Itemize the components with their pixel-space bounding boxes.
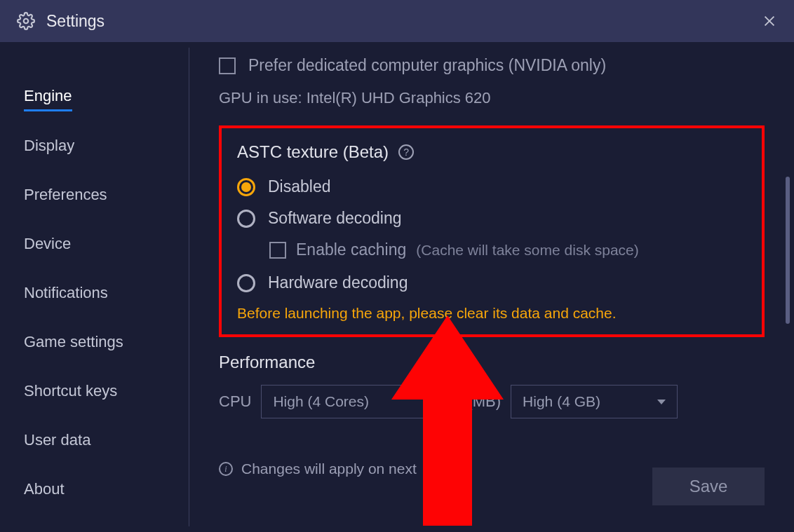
memory-dropdown-value: High (4 GB) <box>523 393 600 410</box>
sidebar: Engine Display Preferences Device Notifi… <box>0 48 189 526</box>
radio-label: Software decoding <box>268 209 402 228</box>
astc-heading-row: ASTC texture (Beta) ? <box>237 142 746 162</box>
chevron-down-icon <box>657 400 666 404</box>
astc-radio-disabled[interactable]: Disabled <box>237 177 746 196</box>
annotation-arrow-icon <box>391 315 504 526</box>
gear-icon <box>17 12 35 30</box>
cpu-label: CPU <box>219 393 251 411</box>
scrollbar-thumb[interactable] <box>786 177 790 324</box>
sidebar-item-game-settings[interactable]: Game settings <box>24 327 123 357</box>
gpu-section: Prefer dedicated computer graphics (NVID… <box>219 56 765 107</box>
radio-icon <box>237 274 255 292</box>
sidebar-item-preferences[interactable]: Preferences <box>24 180 107 210</box>
sidebar-item-about[interactable]: About <box>24 475 65 504</box>
sidebar-item-notifications[interactable]: Notifications <box>24 278 108 308</box>
astc-highlight-box: ASTC texture (Beta) ? Disabled Software … <box>219 125 765 337</box>
svg-marker-3 <box>391 315 504 526</box>
window-title: Settings <box>46 12 105 31</box>
sidebar-item-device[interactable]: Device <box>24 229 71 259</box>
close-icon[interactable] <box>762 13 777 29</box>
sidebar-item-user-data[interactable]: User data <box>24 425 90 455</box>
sidebar-item-display[interactable]: Display <box>24 131 74 161</box>
radio-icon <box>237 210 255 228</box>
radio-label: Disabled <box>268 177 331 196</box>
prefer-dedicated-label: Prefer dedicated computer graphics (NVID… <box>248 56 606 75</box>
changes-text: Changes will apply on next <box>241 461 417 477</box>
memory-dropdown[interactable]: High (4 GB) <box>511 385 678 418</box>
titlebar-left: Settings <box>17 12 105 31</box>
info-icon: i <box>219 462 233 476</box>
sidebar-item-shortcut-keys[interactable]: Shortcut keys <box>24 376 117 406</box>
astc-radio-software[interactable]: Software decoding <box>237 209 746 228</box>
caching-note: (Cache will take some disk space) <box>416 242 638 259</box>
prefer-dedicated-checkbox[interactable] <box>219 57 236 74</box>
enable-caching-checkbox[interactable] <box>269 242 286 259</box>
save-button[interactable]: Save <box>652 468 765 505</box>
radio-icon <box>237 178 255 196</box>
enable-caching-label: Enable caching <box>296 240 406 259</box>
gpu-in-use-text: GPU in use: Intel(R) UHD Graphics 620 <box>219 89 765 107</box>
enable-caching-row: Enable caching (Cache will take some dis… <box>269 240 746 259</box>
radio-label: Hardware decoding <box>268 273 408 292</box>
svg-point-0 <box>24 19 29 24</box>
help-icon[interactable]: ? <box>398 144 414 160</box>
astc-radio-hardware[interactable]: Hardware decoding <box>237 273 746 292</box>
sidebar-item-engine[interactable]: Engine <box>24 81 72 111</box>
astc-heading-text: ASTC texture (Beta) <box>237 142 389 162</box>
prefer-dedicated-row: Prefer dedicated computer graphics (NVID… <box>219 56 765 75</box>
titlebar: Settings <box>0 0 794 42</box>
cpu-dropdown-value: High (4 Cores) <box>273 393 369 410</box>
